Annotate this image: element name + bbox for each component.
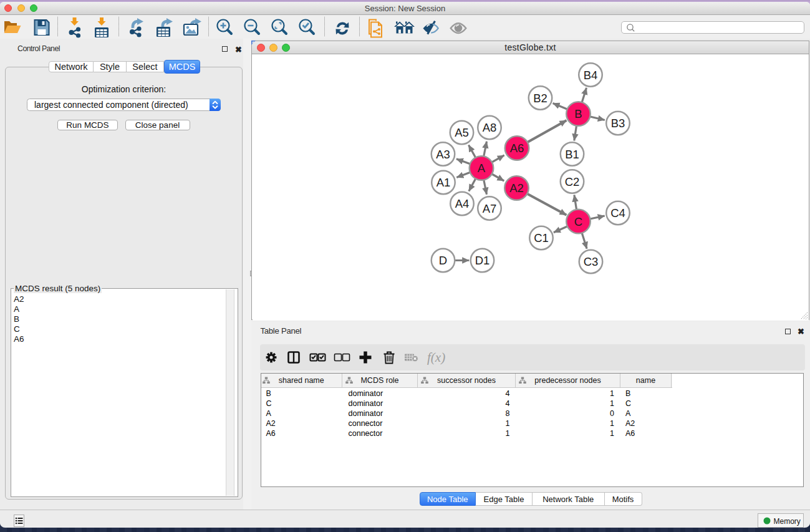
svg-text:C3: C3	[584, 255, 599, 268]
svg-text:B: B	[574, 107, 582, 120]
svg-text:C2: C2	[565, 175, 580, 188]
svg-text:B1: B1	[565, 148, 579, 161]
svg-text:A4: A4	[455, 197, 470, 210]
svg-text:A3: A3	[436, 148, 450, 161]
svg-text:A8: A8	[483, 121, 497, 134]
svg-text:A5: A5	[455, 126, 469, 139]
svg-text:B4: B4	[584, 69, 598, 82]
svg-text:A6: A6	[510, 142, 524, 155]
svg-text:B2: B2	[533, 92, 547, 105]
svg-text:C1: C1	[534, 231, 549, 244]
svg-text:A2: A2	[509, 181, 524, 195]
svg-text:A: A	[478, 162, 486, 175]
svg-text:C: C	[574, 215, 582, 228]
svg-text:D1: D1	[475, 254, 490, 267]
svg-text:A1: A1	[436, 176, 451, 189]
svg-text:C4: C4	[610, 206, 625, 220]
svg-text:f(x): f(x)	[427, 350, 445, 365]
svg-text:D: D	[439, 254, 447, 267]
svg-text:A7: A7	[483, 202, 497, 215]
svg-text:B3: B3	[611, 117, 625, 130]
